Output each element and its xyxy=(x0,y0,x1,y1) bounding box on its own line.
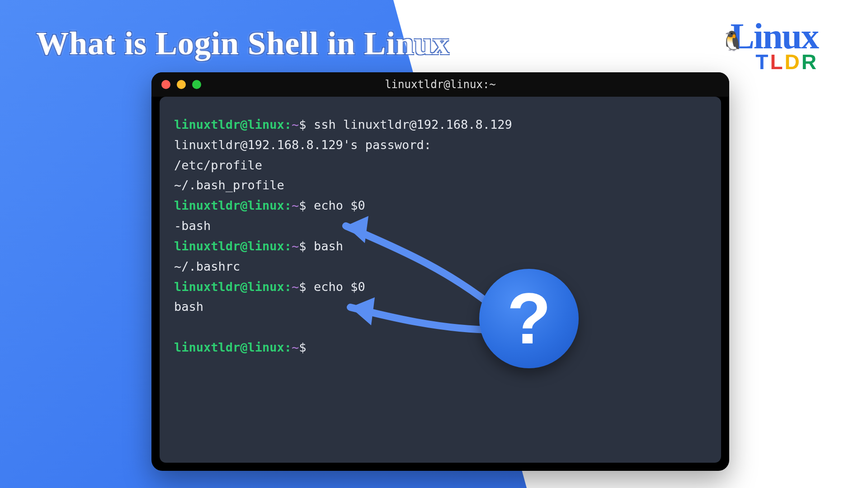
prompt-path: ~ xyxy=(292,340,299,354)
terminal-line: linuxtldr@linux:~$ echo $0 xyxy=(174,277,707,297)
prompt-host: linuxtldr@linux: xyxy=(174,198,292,212)
terminal-line: bash xyxy=(174,297,707,317)
terminal-line: linuxtldr@linux:~$ echo $0 xyxy=(174,196,707,216)
prompt-host: linuxtldr@linux: xyxy=(174,117,292,131)
prompt-path: ~ xyxy=(292,198,299,212)
terminal-line: linuxtldr@192.168.8.129's password: xyxy=(174,135,707,155)
logo-letter-l: L xyxy=(770,50,784,74)
linux-tldr-logo: 🐧 Linux TLDR xyxy=(730,18,818,72)
penguin-icon: 🐧 xyxy=(721,32,744,51)
prompt-dollar: $ xyxy=(299,340,306,354)
prompt-dollar: $ xyxy=(299,117,306,131)
logo-letter-d: D xyxy=(785,50,802,74)
logo-letter-r: R xyxy=(802,50,818,74)
terminal-screen[interactable]: linuxtldr@linux:~$ ssh linuxtldr@192.168… xyxy=(160,97,721,463)
terminal-line: -bash xyxy=(174,216,707,236)
prompt-dollar: $ xyxy=(299,280,306,294)
terminal-line: linuxtldr@linux:~$ bash xyxy=(174,236,707,257)
blank-line xyxy=(174,317,707,338)
terminal-titlebar: linuxtldr@linux:~ xyxy=(151,72,729,97)
prompt-path: ~ xyxy=(292,280,299,294)
command-text: ssh linuxtldr@192.168.8.129 xyxy=(307,117,512,131)
command-text: bash xyxy=(307,239,343,253)
slide-stage: What is Login Shell in Linux 🐧 Linux TLD… xyxy=(0,0,868,488)
terminal-line: ~/.bash_profile xyxy=(174,175,707,196)
prompt-host: linuxtldr@linux: xyxy=(174,239,292,253)
logo-letter-t: T xyxy=(755,50,770,74)
command-text: echo $0 xyxy=(307,198,365,212)
prompt-dollar: $ xyxy=(299,239,306,253)
question-mark-badge: ? xyxy=(479,269,579,368)
terminal-title: linuxtldr@linux:~ xyxy=(151,78,729,91)
question-mark-icon: ? xyxy=(507,277,551,360)
command-text: echo $0 xyxy=(307,280,365,294)
prompt-host: linuxtldr@linux: xyxy=(174,340,292,354)
prompt-host: linuxtldr@linux: xyxy=(174,280,292,294)
prompt-dollar: $ xyxy=(299,198,306,212)
terminal-line: /etc/profile xyxy=(174,155,707,176)
terminal-window: linuxtldr@linux:~ linuxtldr@linux:~$ ssh… xyxy=(151,72,729,471)
prompt-path: ~ xyxy=(292,117,299,131)
prompt-path: ~ xyxy=(292,239,299,253)
terminal-line: linuxtldr@linux:~$ xyxy=(174,338,707,358)
terminal-line: linuxtldr@linux:~$ ssh linuxtldr@192.168… xyxy=(174,115,707,135)
terminal-line: ~/.bashrc xyxy=(174,257,707,277)
slide-title: What is Login Shell in Linux xyxy=(36,25,449,62)
